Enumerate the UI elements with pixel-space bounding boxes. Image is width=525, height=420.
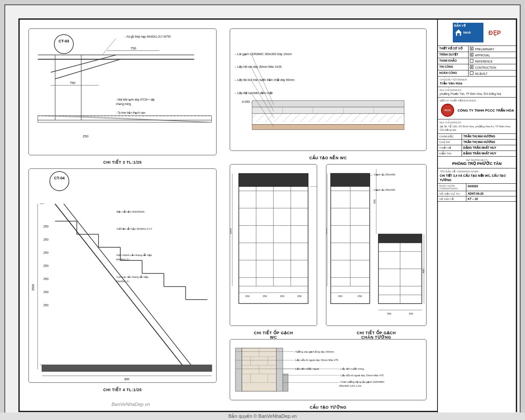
ct03-caption: CHI TIẾT 3 TL:1/25 (29, 160, 216, 164)
thiet-ke-value: PRELIMINARY (469, 46, 516, 52)
chan-tuong-caption: CHI TIẾT ỐP GẠCH CHÂN TƯỜNG (326, 331, 426, 340)
ten-ban-ve-label: TÊN BẢN VẼ / DRAWING NAME: (440, 170, 514, 173)
svg-rect-183 (457, 33, 460, 36)
drawing-area: CT-03 750 750 (20, 20, 440, 413)
svg-text:250: 250 (409, 312, 413, 315)
ten-ban-ve-value: CHI TIẾT 3,4 VÀ CẤU TẠO NỀN WC, CẤU TẠO … (440, 174, 514, 182)
svg-text:chống nóng: chống nóng (116, 102, 131, 106)
kiem-tra-row: KIỂM TRA ĐẶNG TRẦN NHẤT HUY (438, 151, 516, 157)
svg-text:- Chân tường trộng ốp gạch CER: - Chân tường trộng ốp gạch CERAMIC (339, 380, 385, 384)
svg-text:-Bậc sắt tấm 500/200x5: -Bậc sắt tấm 500/200x5 (116, 210, 145, 214)
so-hieu-row: SỐ HIỆU DỰ ÁN: XDNT-04-20 (438, 191, 516, 196)
thi-cong-checkbox (470, 65, 473, 69)
svg-line-67 (252, 114, 256, 118)
du-an-value: PHÒNG TRỌ PHƯỚC TÂN (440, 161, 514, 167)
dia-chi-1-label: ĐỊA CHỈ/ADRESS: (440, 88, 514, 92)
main-border: CT-03 750 750 (18, 18, 517, 412)
svg-line-78 (343, 114, 352, 122)
svg-text:250: 250 (245, 295, 250, 298)
chu-dau-tu-value: Trần Văn Hòa (440, 81, 514, 85)
ngay-label: NGÀY HOÀN THÀNH/FINISH: (438, 184, 466, 191)
trinh-duyet-value: APPROVAL (469, 52, 516, 58)
dia-chi-1: ĐỊA CHỈ/ADRESS: phường Phước Tân, TP Biê… (438, 87, 516, 98)
so-ban-ve-label: SỐ BẢN VẼ: (438, 196, 466, 201)
svg-text:250: 250 (43, 225, 49, 228)
svg-text:250x400 CAO 1.2m: 250x400 CAO 1.2m (339, 385, 362, 387)
svg-line-15 (103, 38, 116, 54)
svg-text:250: 250 (280, 295, 285, 298)
svg-text:– Lát gạch CERAMIC 300x300 Dày: – Lát gạch CERAMIC 300x300 Dày 10mm (235, 52, 292, 56)
ten-ban-ve-section: TÊN BẢN VẼ / DRAWING NAME: CHI TIẾT 3,4 … (438, 168, 516, 184)
svg-point-24 (50, 172, 69, 191)
tham-khao-value: REFERENCE (469, 58, 516, 64)
thiet-ke-person-row: THIẾT KẾ ĐẶNG TRẦN NHẤT HUY (438, 145, 516, 151)
don-vi-label: ĐƠN VỊ THIẾT KẾ/DESIGNER: (440, 99, 514, 102)
chan-tuong-svg: 1000 250 250 250 250 400 (326, 164, 426, 326)
chu-tri-value: TRẦN THỊ MAI HƯƠNG (462, 140, 516, 145)
copyright-text: Bản quyền © BanVeNhaDep.vn (228, 413, 297, 419)
svg-line-77 (335, 114, 343, 122)
svg-line-81 (369, 114, 378, 122)
svg-text:1000: 1000 (326, 228, 327, 234)
svg-rect-65 (252, 124, 404, 130)
svg-text:-Dàn chanh cầu thang sắt hộp: -Dàn chanh cầu thang sắt hộp (116, 253, 152, 257)
svg-text:- Xà gỗ thép hộp 40x60x1.2LY M: - Xà gỗ thép hộp 40x60x1.2LY M750 (125, 35, 171, 38)
svg-line-75 (317, 114, 326, 122)
svg-line-84 (396, 114, 404, 122)
svg-rect-56 (42, 365, 212, 371)
logo-dep: ĐẸP (489, 29, 501, 37)
svg-line-83 (387, 114, 396, 122)
cau-tao-tuong-svg: - Tường xây gạch ống dày 100mm - Lớp vữa… (230, 340, 426, 400)
cham-doc-row: CHÁM ĐỐC TRẦN THỊ MAI HƯƠNG (438, 134, 516, 140)
du-an-section: DỰ ÁN/PROJECT: PHÒNG TRỌ PHƯỚC TÂN (438, 157, 516, 169)
svg-rect-137 (378, 234, 422, 243)
ct03-svg: CT-03 750 750 (29, 29, 216, 155)
svg-rect-90 (252, 101, 404, 107)
ct04-caption: CHI TIẾT 4 TL:1/25 (29, 388, 216, 392)
so-ban-ve-value: KT – 10 (466, 196, 516, 201)
chu-dau-tu-section: CHỦ ĐẦU TỪ/OWNER: Trần Văn Hòa (438, 77, 516, 87)
tham-khao-row: THAM KHẢO REFERENCE (438, 58, 516, 64)
svg-rect-130 (331, 173, 370, 186)
cau-tao-tuong-caption: CẤU TẠO TƯỜNG (230, 405, 426, 410)
svg-text:40x60x1.2 l: 40x60x1.2 l (116, 258, 130, 261)
thi-cong-label: THI CÔNG (438, 64, 469, 70)
kiem-tra-label: KIỂM TRA (438, 151, 462, 156)
detail-op-gach-box: 1000 250 250 250 250 Gạch ốp 250x400 (230, 164, 317, 326)
so-hieu-value: XDNT-04-20 (466, 191, 516, 196)
logo-house-icon (454, 28, 463, 36)
tham-khao-label: THAM KHẢO (438, 58, 469, 64)
thi-cong-row: THI CÔNG CONTRUCTION (438, 64, 516, 70)
svg-text:– Gạch ốp 250x400: – Gạch ốp 250x400 (372, 188, 396, 192)
svg-text:1000: 1000 (230, 228, 232, 234)
svg-text:250: 250 (43, 277, 49, 280)
svg-rect-108 (239, 174, 308, 187)
trinh-duyet-label: TRÌNH DUYỆT (438, 52, 469, 58)
kiem-tra-value: ĐẶNG TRẦN NHẤT HUY (462, 151, 516, 156)
svg-text:CT-03: CT-03 (59, 39, 69, 43)
svg-line-23 (73, 116, 212, 122)
trinh-duyet-row: TRÌNH DUYỆT APPROVAL (438, 52, 516, 58)
svg-text:- Lớp vữa tô ngoài dày 15mm Má: - Lớp vữa tô ngoài dày 15mm Mác #75 (294, 359, 339, 361)
hoan-cong-row: HOÀN CÔNG AS-BUILT (438, 70, 516, 77)
company-stamp: PCCC (441, 104, 454, 117)
svg-text:250: 250 (297, 295, 302, 298)
bottom-info: NGÀY HOÀN THÀNH/FINISH: 04/2020 SỐ HIỆU … (438, 184, 516, 202)
chu-dau-tu-label: CHỦ ĐẦU TỪ/OWNER: (440, 78, 514, 81)
svg-text:750: 750 (130, 46, 136, 50)
svg-line-71 (283, 114, 291, 122)
ngay-hoan-thanh-row: NGÀY HOÀN THÀNH/FINISH: 04/2020 (438, 184, 516, 191)
svg-text:250: 250 (83, 134, 89, 138)
chu-tri-label: CHỦ TRÌ (438, 140, 462, 145)
svg-line-80 (360, 114, 369, 122)
svg-rect-167 (276, 348, 283, 392)
svg-text:-Gờ bậc sắt hộp 30x60x1.2 LY: -Gờ bậc sắt hộp 30x60x1.2 LY (116, 227, 152, 231)
so-hieu-label: SỐ HIỆU DỰ ÁN: (438, 191, 466, 196)
svg-text:250: 250 (262, 295, 267, 298)
drawing-content: CT-03 750 750 (24, 24, 435, 409)
svg-text:250: 250 (357, 295, 362, 298)
detail-ct04-box: CT-04 (28, 168, 217, 383)
nen-wc-svg: – Lát gạch CERAMIC 300x300 Dày 10mm – Lớ… (230, 29, 426, 150)
dia-chi-2: ĐỊA CHỈ/ADRESS: Số 38, Tổ 13D, KP Bình H… (438, 119, 516, 133)
thiet-ke-checkbox (470, 47, 473, 50)
